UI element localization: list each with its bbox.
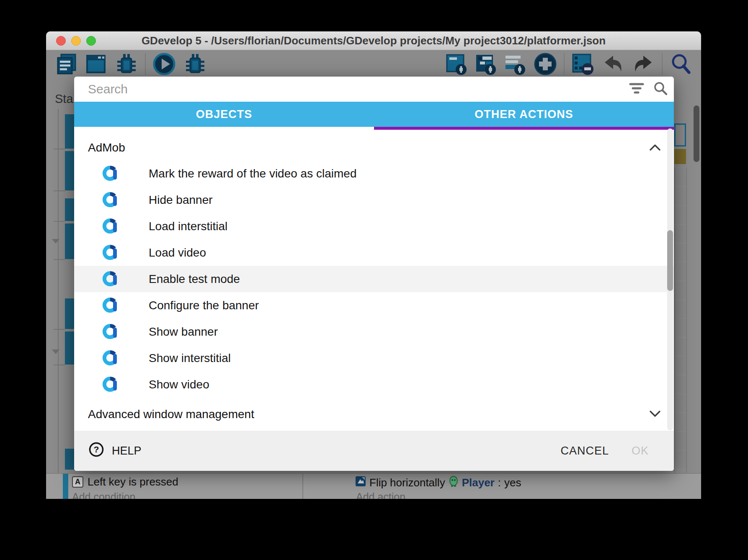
redo-icon[interactable]	[632, 53, 655, 75]
list-item[interactable]: Show video	[74, 371, 674, 398]
add-event-icon[interactable]	[446, 52, 468, 76]
tree-tick	[54, 190, 65, 191]
action-label: Hide banner	[149, 193, 213, 207]
collapse-arrow-icon	[52, 349, 59, 354]
help-icon: ?	[88, 442, 104, 460]
action-text: Flip horizontally	[369, 476, 445, 489]
action-label: Enable test mode	[149, 272, 240, 286]
condition-text: Left key is pressed	[88, 475, 178, 488]
admob-icon	[103, 296, 119, 315]
action-label: Load video	[149, 246, 206, 259]
event-row-marker	[63, 474, 68, 499]
action-label: Mark the reward of the video as claimed	[149, 167, 356, 180]
action-label: Show interstitial	[149, 352, 231, 365]
event-row: A Left key is pressed Add condition Flip…	[46, 473, 701, 499]
list-item-selected[interactable]: Enable test mode	[74, 266, 674, 292]
list-item[interactable]: Show interstitial	[74, 345, 674, 371]
action-label: Show banner	[149, 325, 218, 339]
background-tab-label: Sta	[55, 92, 73, 106]
search-bar	[74, 77, 674, 102]
project-manager-icon[interactable]	[54, 53, 78, 75]
actions-list: AdMob Mark the reward of the video as cl…	[74, 130, 674, 431]
add-action-link: Add action	[356, 491, 405, 499]
admob-icon	[103, 349, 119, 368]
dialog-footer: ? HELP CANCEL OK	[74, 431, 674, 471]
add-comment-icon[interactable]	[504, 52, 527, 76]
action-label: Configure the banner	[149, 299, 259, 312]
event-cells-column	[674, 167, 687, 473]
search-toolbar-icon[interactable]	[669, 52, 693, 76]
list-item[interactable]: Load video	[74, 239, 674, 266]
dialog-scrollbar-thumb[interactable]	[667, 230, 673, 291]
ok-button[interactable]: OK	[632, 444, 649, 457]
undo-icon[interactable]	[601, 53, 625, 75]
debug-preview-icon[interactable]	[183, 52, 207, 76]
list-item[interactable]: Show banner	[74, 319, 674, 345]
tree-tick	[54, 365, 65, 365]
collapse-arrow-icon	[52, 239, 59, 244]
list-item[interactable]: Load interstitial	[74, 213, 674, 239]
list-item[interactable]: Configure the banner	[74, 292, 674, 319]
add-condition-link: Add condition	[72, 491, 136, 499]
event-block	[65, 331, 74, 365]
event-tree-line	[58, 109, 59, 499]
action-label: Show video	[149, 378, 209, 391]
chevron-down-icon	[649, 408, 661, 421]
titlebar: GDevelop 5 - /Users/florian/Documents/GD…	[46, 31, 701, 50]
admob-icon	[103, 217, 119, 236]
comment-block	[674, 149, 686, 164]
search-icon[interactable]	[653, 81, 668, 98]
admob-icon	[103, 322, 119, 342]
help-label: HELP	[112, 444, 142, 457]
condition-action-divider	[302, 474, 303, 499]
toolbar-separator	[564, 53, 565, 75]
tree-tick	[54, 221, 65, 222]
group-label: AdMob	[88, 141, 125, 154]
help-button[interactable]: ? HELP	[88, 442, 142, 460]
action-object-name: Player	[462, 476, 495, 489]
event-block	[65, 151, 74, 190]
search-input[interactable]	[88, 82, 629, 96]
dialog-tabs: OBJECTS OTHER ACTIONS	[74, 102, 674, 127]
add-circle-icon[interactable]	[534, 52, 557, 76]
action-label: Load interstitial	[149, 220, 227, 233]
scene-editor-icon[interactable]	[85, 53, 107, 75]
toolbar-separator	[145, 53, 146, 75]
selected-tab-indicator	[374, 127, 674, 130]
admob-icon	[103, 164, 119, 183]
action-separator: :	[498, 476, 501, 489]
cancel-button[interactable]: CANCEL	[560, 444, 609, 457]
condition-cell: A Left key is pressed	[72, 475, 178, 488]
editor-scrollbar-thumb[interactable]	[694, 105, 699, 162]
filter-icon[interactable]	[629, 82, 645, 97]
tab-objects[interactable]: OBJECTS	[74, 102, 374, 127]
event-block	[65, 198, 74, 221]
event-block	[65, 114, 74, 149]
debugger-icon[interactable]	[114, 52, 138, 76]
admob-icon	[103, 270, 119, 289]
list-item[interactable]: Mark the reward of the video as claimed	[74, 160, 674, 187]
choose-action-dialog: OBJECTS OTHER ACTIONS AdMob	[74, 77, 674, 471]
event-block	[65, 449, 74, 470]
tree-tick	[54, 329, 65, 330]
chevron-up-icon	[649, 141, 661, 154]
gdevelop-window: GDevelop 5 - /Users/florian/Documents/GD…	[46, 31, 701, 499]
svg-text:?: ?	[94, 444, 99, 454]
tree-tick	[54, 259, 65, 260]
admob-icon	[103, 375, 119, 394]
player-object-icon	[449, 475, 459, 490]
preview-play-icon[interactable]	[152, 52, 176, 76]
keyboard-key-icon: A	[72, 476, 83, 488]
list-item[interactable]: Hide banner	[74, 187, 674, 213]
tree-tick	[54, 149, 65, 149]
toolbar-separator	[662, 53, 663, 75]
action-value: yes	[504, 476, 521, 489]
group-header-admob[interactable]: AdMob	[74, 135, 674, 160]
group-header-advanced-window-management[interactable]: Advanced window management	[74, 402, 674, 427]
action-cell: Flip horizontally Player : yes	[355, 475, 521, 490]
toolbar	[46, 50, 701, 78]
add-sub-event-icon[interactable]	[475, 52, 498, 76]
tab-other-actions[interactable]: OTHER ACTIONS	[374, 102, 674, 127]
toggle-event-icon[interactable]	[571, 52, 595, 76]
window-title: GDevelop 5 - /Users/florian/Documents/GD…	[46, 34, 701, 47]
